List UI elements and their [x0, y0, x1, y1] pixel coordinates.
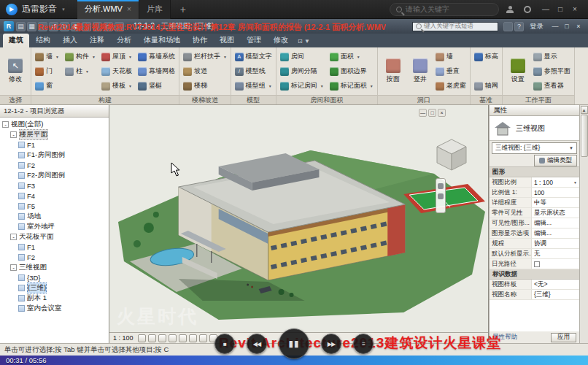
open-icon[interactable]: ▤ — [16, 22, 26, 31]
property-value[interactable]: 100 — [532, 188, 579, 197]
vertical-scrollbar[interactable]: ▲ — [579, 105, 588, 343]
button-标记面积[interactable]: 标记面积▼ — [330, 80, 374, 91]
player-logo-icon[interactable]: ▶ — [6, 4, 18, 15]
player-app-name[interactable]: 迅雷影音 — [22, 3, 57, 15]
property-value[interactable]: 中等 — [532, 198, 579, 207]
tree-item[interactable]: F5 — [0, 201, 109, 211]
tree-item[interactable]: F2 — [0, 160, 109, 170]
tree-item[interactable]: 室外地坪 — [0, 221, 109, 231]
property-value[interactable]: 无 — [532, 249, 579, 258]
revit-logo-icon[interactable]: R — [4, 21, 14, 31]
minimize-button[interactable]: — — [538, 3, 553, 16]
property-value[interactable]: 1 : 100 — [532, 177, 579, 187]
ribbon-tab[interactable]: 体量和场地 — [138, 34, 186, 47]
button-屋顶[interactable]: 屋顶▼ — [101, 51, 132, 62]
tree-item[interactable]: 副本 1 — [0, 293, 109, 303]
scrollbar-thumb[interactable] — [581, 115, 588, 157]
button-标记房间[interactable]: 标记房间▼ — [280, 80, 324, 91]
expand-icon[interactable]: - — [10, 234, 17, 240]
login-button[interactable]: 登录 — [530, 22, 543, 31]
button-窗[interactable]: 窗 — [35, 80, 59, 91]
maximize-button[interactable]: □ — [553, 3, 568, 16]
button-标高[interactable]: 标高 — [474, 51, 498, 62]
property-value[interactable]: 编辑... — [532, 228, 579, 238]
property-value[interactable]: 协调 — [532, 239, 579, 248]
button-门[interactable]: 门 — [35, 66, 59, 77]
scale-button[interactable]: 1 : 100 — [113, 334, 134, 342]
ribbon-tab[interactable]: 管理 — [241, 34, 267, 47]
tree-item[interactable]: F2 — [0, 252, 109, 262]
modify-selection-icon[interactable]: ⊡ ▼ — [298, 38, 310, 47]
button-轴网[interactable]: 轴网 — [474, 80, 498, 91]
player-tab[interactable]: 分析.WMV× — [77, 0, 139, 19]
button-显示[interactable]: 显示 — [533, 51, 570, 62]
button-模型文字[interactable]: A模型文字 — [235, 51, 272, 62]
drawing-area[interactable]: —□× 火星时代 — [109, 105, 489, 343]
close-button[interactable]: × — [568, 3, 582, 16]
button-模型组[interactable]: 模型组▼ — [235, 80, 272, 91]
3d-model-view[interactable] — [109, 105, 488, 332]
property-value[interactable] — [532, 259, 579, 269]
expand-icon[interactable]: - — [2, 121, 9, 128]
tree-item[interactable]: F3 — [0, 180, 109, 191]
minimize-button[interactable]: — — [549, 21, 561, 31]
button-柱[interactable]: 柱▼ — [65, 66, 96, 77]
player-tab[interactable]: 片库 — [139, 0, 171, 19]
new-tab-button[interactable]: + — [175, 1, 191, 18]
shadows-icon[interactable] — [169, 334, 177, 342]
sun-path-icon[interactable] — [158, 334, 166, 342]
button-楼梯[interactable]: 楼梯 — [183, 80, 227, 91]
button-模型线[interactable]: /模型线 — [235, 66, 272, 77]
chevron-down-icon[interactable]: ▼ — [61, 7, 66, 12]
property-value[interactable]: 显示原状态 — [532, 208, 579, 218]
crop-region-icon[interactable] — [189, 334, 197, 342]
ribbon-tab[interactable]: 视图 — [214, 34, 240, 47]
tree-item[interactable]: F1 — [0, 139, 109, 150]
tree-item[interactable]: -天花板平面 — [0, 231, 109, 242]
exchange-icon[interactable] — [503, 22, 513, 31]
edit-type-button[interactable]: 编辑类型 — [534, 155, 577, 166]
zoom-icon[interactable] — [438, 193, 444, 199]
view-minimize-button[interactable]: — — [419, 109, 427, 117]
help-icon[interactable]: ? — [514, 22, 524, 31]
expand-icon[interactable]: - — [10, 131, 17, 138]
steering-wheel-icon[interactable] — [438, 183, 444, 189]
checkbox[interactable] — [534, 261, 540, 267]
tree-item[interactable]: F1-房间图例 — [0, 150, 109, 160]
tree-item[interactable]: F2-房间图例 — [0, 170, 109, 180]
project-browser-header[interactable]: 12-1-2 - 项目浏览器 — [0, 105, 109, 118]
tree-item[interactable]: 场地 — [0, 211, 109, 221]
close-button[interactable]: × — [573, 21, 584, 31]
settings-button[interactable] — [521, 3, 534, 16]
button-墙[interactable]: 墙▼ — [35, 51, 59, 62]
ribbon-tab[interactable]: 插入 — [57, 34, 83, 47]
button-栏杆扶手[interactable]: 栏杆扶手▼ — [183, 51, 227, 62]
button-墙[interactable]: 墙 — [436, 51, 466, 62]
user-button[interactable] — [503, 3, 517, 16]
playlist-button[interactable]: ≡ — [353, 334, 374, 354]
button-修改[interactable]: ↖修改 — [4, 57, 27, 85]
tree-item[interactable]: -三维视图 — [0, 262, 109, 272]
ribbon-tab[interactable]: 建筑 — [3, 34, 29, 47]
button-老虎窗[interactable]: 老虎窗 — [436, 80, 466, 91]
scroll-up-icon[interactable]: ▲ — [581, 106, 588, 114]
tree-item[interactable]: {3D} — [0, 272, 109, 283]
tree-item[interactable]: -视图(全部) — [0, 119, 109, 129]
property-value[interactable]: 编辑... — [532, 218, 579, 228]
tree-item[interactable]: 室内会议室 — [0, 303, 109, 313]
temporary-hide-icon[interactable] — [199, 334, 207, 342]
property-value[interactable]: {三维} — [532, 290, 579, 299]
button-面积边界[interactable]: 面积边界 — [330, 66, 374, 77]
properties-header[interactable]: 属性 — [490, 105, 579, 116]
button-查看器[interactable]: 查看器 — [533, 80, 570, 91]
button-坡道[interactable]: 坡道 — [183, 66, 227, 77]
navigation-bar[interactable] — [436, 178, 446, 213]
button-面积[interactable]: 面积▼ — [330, 51, 374, 62]
button-房间[interactable]: 房间 — [280, 51, 324, 62]
restore-button[interactable]: □ — [561, 21, 573, 31]
ribbon-tab[interactable]: 修改 — [268, 34, 294, 47]
ribbon-tab[interactable]: 注释 — [84, 34, 110, 47]
tab-close-icon[interactable]: × — [127, 5, 131, 13]
property-value[interactable]: <无> — [532, 280, 579, 289]
expand-icon[interactable]: - — [10, 264, 17, 271]
